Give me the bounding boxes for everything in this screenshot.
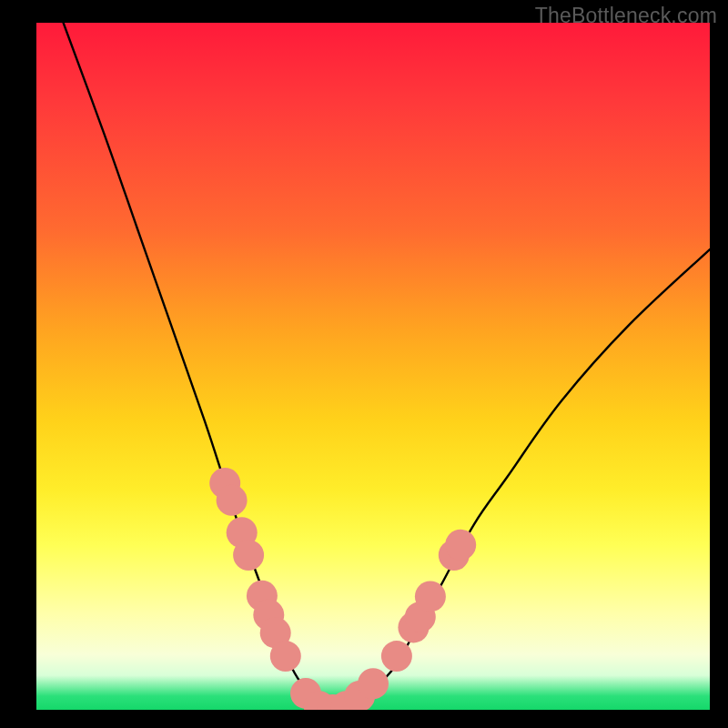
watermark-text: TheBottleneck.com xyxy=(535,4,717,28)
chart-svg xyxy=(36,23,710,710)
marker-dot xyxy=(217,485,248,516)
marker-dot xyxy=(415,581,446,612)
plot-area xyxy=(36,23,710,710)
marker-dot xyxy=(381,641,412,672)
highlighted-dots xyxy=(209,468,476,710)
bottleneck-curve xyxy=(64,23,710,710)
marker-dot xyxy=(233,540,264,571)
marker-dot xyxy=(270,641,301,672)
marker-dot xyxy=(445,530,476,561)
marker-dot xyxy=(358,668,389,699)
chart-frame: TheBottleneck.com xyxy=(0,0,728,728)
